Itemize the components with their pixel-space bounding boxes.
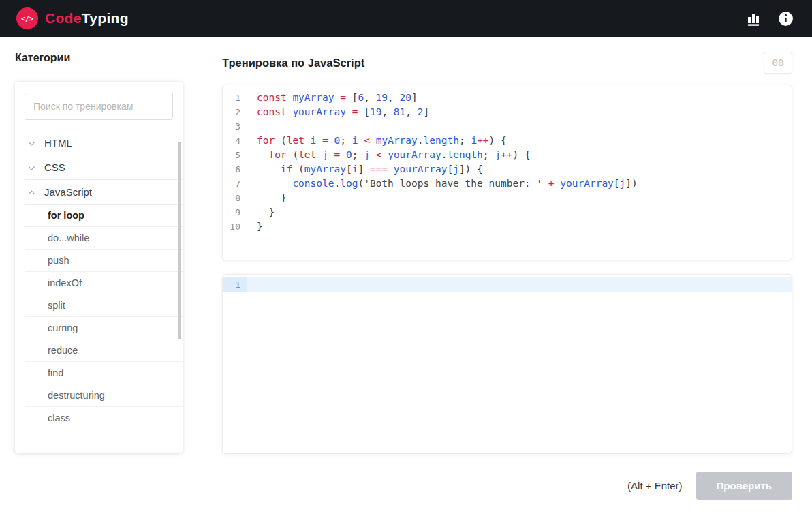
sidebar-exercise-split[interactable]: split: [25, 294, 183, 317]
topbar-actions: [746, 10, 794, 27]
chevron-down-icon: [29, 140, 35, 147]
sample-code: const myArray = [6, 19, 20]const yourArr…: [247, 85, 792, 260]
shortcut-hint: (Alt + Enter): [627, 480, 682, 492]
code-line: }: [257, 191, 782, 205]
chevron-down-icon: [29, 164, 35, 171]
search-input[interactable]: [25, 93, 173, 120]
sidebar-exercise-reduce[interactable]: reduce: [25, 339, 183, 362]
category-label: CSS: [44, 162, 65, 173]
sidebar-exercise-indexof[interactable]: indexOf: [25, 272, 183, 294]
editor-gutter: 1: [223, 275, 247, 453]
code-line: if (myArray[i] === yourArray[j]) {: [257, 162, 782, 177]
line-number: 1: [223, 277, 247, 292]
category-list: HTMLCSSJavaScriptfor loopdo...whilepushi…: [15, 131, 183, 429]
page-title: Тренировка по JavaScript: [222, 57, 364, 70]
code-line: [257, 119, 782, 134]
stats-bar-chart-icon[interactable]: [746, 11, 762, 26]
code-line: }: [257, 205, 782, 220]
main-header: Тренировка по JavaScript 00: [222, 52, 792, 74]
chevron-up-icon: [29, 189, 35, 196]
brand-primary: Code: [45, 10, 82, 27]
sidebar-category-html[interactable]: HTML: [25, 131, 183, 155]
sidebar: Категории HTMLCSSJavaScriptfor loopdo...…: [15, 37, 183, 500]
sidebar-exercise-for-loop[interactable]: for loop: [25, 205, 183, 227]
line-number: 6: [223, 162, 247, 177]
code-line: for (let i = 0; i < myArray.length; i++)…: [257, 134, 782, 148]
line-number: 8: [223, 191, 247, 205]
code-line: const yourArray = [19, 81, 2]: [257, 105, 782, 119]
code-line: const myArray = [6, 19, 20]: [257, 91, 782, 105]
line-number: 3: [223, 119, 247, 134]
page: </> CodeTyping: [0, 0, 812, 514]
sidebar-category-javascript[interactable]: JavaScript: [25, 180, 183, 205]
code-line: }: [257, 220, 782, 234]
sidebar-category-css[interactable]: CSS: [25, 155, 183, 180]
info-icon[interactable]: [777, 10, 794, 27]
line-number: 9: [223, 205, 247, 220]
sidebar-exercise-curring[interactable]: curring: [25, 317, 183, 339]
categories-panel: HTMLCSSJavaScriptfor loopdo...whilepushi…: [15, 82, 183, 453]
line-number: 7: [223, 177, 247, 191]
active-line: [247, 277, 792, 292]
content: Категории HTMLCSSJavaScriptfor loopdo...…: [0, 37, 812, 500]
sample-gutter: 12345678910: [223, 85, 247, 260]
sidebar-exercise-destructuring[interactable]: destructuring: [25, 384, 183, 407]
sidebar-scrollbar[interactable]: [178, 142, 181, 339]
typing-editor[interactable]: [247, 275, 792, 453]
line-number: 1: [223, 91, 247, 105]
line-number: 4: [223, 134, 247, 148]
category-label: HTML: [44, 137, 72, 149]
sidebar-exercise-find[interactable]: find: [25, 362, 183, 384]
logo-glyph: </>: [21, 15, 33, 22]
code-line: console.log('Both loops have the number:…: [257, 177, 782, 191]
sidebar-title: Категории: [15, 52, 183, 64]
line-number: 2: [223, 105, 247, 119]
sidebar-exercise-push[interactable]: push: [25, 250, 183, 272]
sidebar-exercise-do-while[interactable]: do...while: [25, 227, 183, 250]
check-button[interactable]: Проверить: [696, 472, 792, 500]
code-line: for (let j = 0; j < yourArray.length; j+…: [257, 148, 782, 162]
typing-editor-panel[interactable]: 1: [222, 274, 792, 454]
line-number: 10: [223, 220, 247, 234]
error-counter-badge: 00: [764, 52, 792, 74]
top-bar: </> CodeTyping: [0, 0, 812, 37]
category-label: JavaScript: [44, 186, 92, 198]
brand[interactable]: CodeTyping: [45, 10, 129, 27]
line-number: 5: [223, 148, 247, 162]
brand-secondary: Typing: [82, 10, 129, 27]
search-wrap: [15, 93, 183, 120]
main: Тренировка по JavaScript 00 12345678910 …: [222, 37, 792, 500]
logo-icon[interactable]: </>: [16, 7, 38, 29]
code-sample-panel: 12345678910 const myArray = [6, 19, 20]c…: [222, 85, 792, 260]
sidebar-exercise-class[interactable]: class: [25, 407, 183, 429]
footer: (Alt + Enter) Проверить: [222, 472, 792, 500]
